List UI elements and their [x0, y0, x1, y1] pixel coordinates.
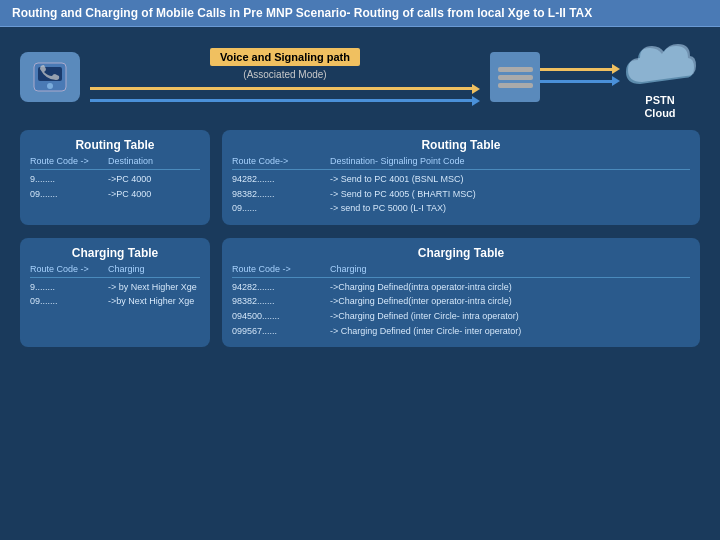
cloud-icon — [620, 34, 700, 94]
arrow-head-blue-1 — [472, 96, 480, 106]
routing-table-right-header: Route Code-> Destination- Signaling Poin… — [232, 156, 690, 170]
table-row: 94282....... -> Send to PC 4001 (BSNL MS… — [232, 173, 690, 186]
ct-right-row3-charge: ->Charging Defined (inter Circle- intra … — [330, 310, 519, 323]
arrow-line-yellow-1 — [90, 87, 472, 90]
assoc-label: (Associated Mode) — [210, 69, 360, 80]
ct-right-row3-code: 094500....... — [232, 310, 322, 323]
server-line-2 — [498, 75, 533, 80]
arrow-row-2 — [90, 96, 480, 106]
pstn-block: PSTN Cloud — [620, 34, 700, 120]
routing-table-left-header: Route Code -> Destination — [30, 156, 200, 170]
server-line-1 — [498, 67, 533, 72]
rt-left-col2-header: Destination — [108, 156, 153, 166]
header-title: Routing and Charging of Mobile Calls in … — [12, 6, 592, 20]
ct-right-row2-code: 98382....... — [232, 295, 322, 308]
routing-table-right-title: Routing Table — [232, 138, 690, 152]
arrow-line-blue-1 — [90, 99, 472, 102]
rt-left-row1-dest: ->PC 4000 — [108, 173, 151, 186]
routing-tables-section: Routing Table Route Code -> Destination … — [20, 130, 700, 225]
table-row: 9........ -> by Next Higher Xge — [30, 281, 200, 294]
middle-arrow-section: Voice and Signaling path (Associated Mod… — [80, 48, 490, 107]
ct-left-row2-code: 09....... — [30, 295, 100, 308]
ct-right-col1-header: Route Code -> — [232, 264, 322, 274]
charging-table-left: Charging Table Route Code -> Charging 9.… — [20, 238, 210, 347]
arrow-line-yellow-2 — [540, 68, 612, 71]
routing-table-left: Routing Table Route Code -> Destination … — [20, 130, 210, 225]
ct-right-row1-code: 94282....... — [232, 281, 322, 294]
table-row: 09....... ->PC 4000 — [30, 188, 200, 201]
arrow-row-1 — [90, 84, 480, 94]
table-row: 98382....... ->Charging Defined(inter op… — [232, 295, 690, 308]
voice-label: Voice and Signaling path — [210, 48, 360, 66]
charging-tables-section: Charging Table Route Code -> Charging 9.… — [20, 238, 700, 347]
main-content: Voice and Signaling path (Associated Mod… — [0, 27, 720, 357]
ct-right-col2-header: Charging — [330, 264, 367, 274]
ct-right-row2-charge: ->Charging Defined(inter operator-intra … — [330, 295, 512, 308]
table-row: 099567...... -> Charging Defined (inter … — [232, 325, 690, 338]
charging-table-left-title: Charging Table — [30, 246, 200, 260]
routing-table-right: Routing Table Route Code-> Destination- … — [222, 130, 700, 225]
ct-left-row1-code: 9........ — [30, 281, 100, 294]
routing-table-left-title: Routing Table — [30, 138, 200, 152]
table-row: 9........ ->PC 4000 — [30, 173, 200, 186]
rt-right-row3-code: 09...... — [232, 202, 322, 215]
rt-left-row2-dest: ->PC 4000 — [108, 188, 151, 201]
arrow-line-blue-2 — [540, 80, 612, 83]
rt-right-row2-dest: -> Send to PC 4005 ( BHARTI MSC) — [330, 188, 476, 201]
svg-point-2 — [47, 83, 53, 89]
arrow-head-yellow-1 — [472, 84, 480, 94]
ct-left-row1-charge: -> by Next Higher Xge — [108, 281, 197, 294]
rt-right-col2-header: Destination- Signaling Point Code — [330, 156, 465, 166]
table-row: 94282....... ->Charging Defined(intra op… — [232, 281, 690, 294]
page-header: Routing and Charging of Mobile Calls in … — [0, 0, 720, 27]
charging-table-left-header: Route Code -> Charging — [30, 264, 200, 278]
table-row: 09...... -> send to PC 5000 (L-I TAX) — [232, 202, 690, 215]
rt-left-row1-code: 9........ — [30, 173, 100, 186]
ct-right-row4-code: 099567...... — [232, 325, 322, 338]
server-icon — [490, 52, 540, 102]
arrow-row-3 — [540, 64, 620, 74]
table-row: 09....... ->by Next Higher Xge — [30, 295, 200, 308]
ct-left-col1-header: Route Code -> — [30, 264, 100, 274]
arrow-row-4 — [540, 76, 620, 86]
rt-right-row2-code: 98382....... — [232, 188, 322, 201]
arrow-head-yellow-2 — [612, 64, 620, 74]
ct-right-row4-charge: -> Charging Defined (inter Circle- inter… — [330, 325, 521, 338]
rt-left-row2-code: 09....... — [30, 188, 100, 201]
ct-left-row2-charge: ->by Next Higher Xge — [108, 295, 194, 308]
pstn-label: PSTN Cloud — [644, 94, 675, 120]
rt-right-row1-dest: -> Send to PC 4001 (BSNL MSC) — [330, 173, 463, 186]
ct-right-row1-charge: ->Charging Defined(intra operator-intra … — [330, 281, 512, 294]
charging-table-right: Charging Table Route Code -> Charging 94… — [222, 238, 700, 347]
rt-left-col1-header: Route Code -> — [30, 156, 100, 166]
charging-table-right-header: Route Code -> Charging — [232, 264, 690, 278]
table-row: 094500....... ->Charging Defined (inter … — [232, 310, 690, 323]
charging-table-right-title: Charging Table — [232, 246, 690, 260]
server-line-3 — [498, 83, 533, 88]
voice-section: Voice and Signaling path (Associated Mod… — [20, 37, 700, 117]
rt-right-col1-header: Route Code-> — [232, 156, 322, 166]
phone-icon — [20, 52, 80, 102]
ct-left-col2-header: Charging — [108, 264, 145, 274]
table-row: 98382....... -> Send to PC 4005 ( BHARTI… — [232, 188, 690, 201]
rt-right-row3-dest: -> send to PC 5000 (L-I TAX) — [330, 202, 446, 215]
arrow-head-blue-2 — [612, 76, 620, 86]
rt-right-row1-code: 94282....... — [232, 173, 322, 186]
